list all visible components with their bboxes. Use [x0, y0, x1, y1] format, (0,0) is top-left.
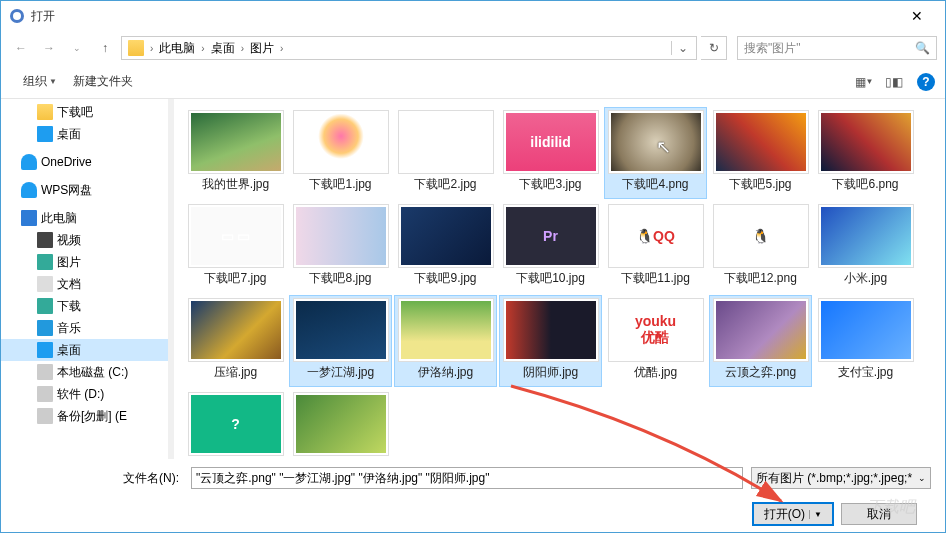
- address-row: ← → ⌄ ↑ › 此电脑 › 桌面 › 图片 › ⌄ ↻ 搜索"图片" 🔍: [1, 31, 945, 65]
- filter-text: 所有图片 (*.bmp;*.jpg;*.jpeg;*: [756, 470, 912, 487]
- tree-label: 音乐: [57, 320, 81, 337]
- thumbnail: [818, 110, 914, 174]
- thumbnail: [398, 298, 494, 362]
- file-item[interactable]: 阴阳师.jpg: [499, 295, 602, 387]
- path-seg-pc[interactable]: 此电脑: [155, 37, 199, 59]
- tree-label: 下载吧: [57, 104, 93, 121]
- tree-item[interactable]: 备份[勿删] (E: [1, 405, 168, 427]
- video-icon: [37, 232, 53, 248]
- file-item[interactable]: youku 优酷优酷.jpg: [604, 295, 707, 387]
- file-name: 下载吧6.png: [832, 177, 898, 191]
- thumbnail: [293, 204, 389, 268]
- filename-input[interactable]: [191, 467, 743, 489]
- cloud-icon: [21, 182, 37, 198]
- tree-label: 此电脑: [41, 210, 77, 227]
- file-item[interactable]: ?知道.jpg: [184, 389, 287, 459]
- file-item[interactable]: Pr下载吧10.jpg: [499, 201, 602, 293]
- address-dropdown[interactable]: ⌄: [671, 41, 694, 55]
- search-input[interactable]: 搜索"图片" 🔍: [737, 36, 937, 60]
- chevron-down-icon: ⌄: [918, 473, 926, 483]
- address-bar[interactable]: › 此电脑 › 桌面 › 图片 › ⌄: [121, 36, 697, 60]
- file-grid[interactable]: 我的世界.jpg下载吧1.jpg1下载吧2.jpgilidilid下载吧3.jp…: [174, 99, 945, 459]
- tree-item[interactable]: 此电脑: [1, 207, 168, 229]
- back-button[interactable]: ←: [9, 36, 33, 60]
- file-item[interactable]: 下载吧6.png: [814, 107, 917, 199]
- tree-label: OneDrive: [41, 155, 92, 169]
- thumbnail: ?: [188, 392, 284, 456]
- close-button[interactable]: ✕: [897, 2, 937, 30]
- file-type-filter[interactable]: 所有图片 (*.bmp;*.jpg;*.jpeg;* ⌄: [751, 467, 931, 489]
- down-icon: [37, 298, 53, 314]
- cloud-icon: [21, 154, 37, 170]
- file-item[interactable]: ilidilid下载吧3.jpg: [499, 107, 602, 199]
- tree-item[interactable]: 本地磁盘 (C:): [1, 361, 168, 383]
- toolbar: 组织▼ 新建文件夹 ▦ ▼ ▯◧ ?: [1, 65, 945, 99]
- tree-label: 桌面: [57, 342, 81, 359]
- thumbnail: 1: [398, 110, 494, 174]
- recent-dropdown[interactable]: ⌄: [65, 36, 89, 60]
- file-item[interactable]: 下载吧8.jpg: [289, 201, 392, 293]
- file-name: 下载吧10.jpg: [516, 271, 585, 285]
- tree-item[interactable]: 图片: [1, 251, 168, 273]
- file-name: 小米.jpg: [844, 271, 887, 285]
- file-item[interactable]: 我的世界.jpg: [184, 107, 287, 199]
- open-button[interactable]: 打开(O)▼: [753, 503, 833, 525]
- chevron-icon[interactable]: ›: [278, 43, 285, 54]
- tree-item[interactable]: 下载: [1, 295, 168, 317]
- file-item[interactable]: 下载吧9.jpg: [394, 201, 497, 293]
- title-bar: 打开 ✕: [1, 1, 945, 31]
- tree-item[interactable]: 视频: [1, 229, 168, 251]
- new-folder-button[interactable]: 新建文件夹: [67, 71, 139, 92]
- thumbnail: Pr: [503, 204, 599, 268]
- file-item[interactable]: 🐧下载吧12.png: [709, 201, 812, 293]
- file-item[interactable]: ▭ ▭下载吧7.jpg: [184, 201, 287, 293]
- file-name: 支付宝.jpg: [838, 365, 893, 379]
- tree-item[interactable]: 下载吧: [1, 101, 168, 123]
- refresh-button[interactable]: ↻: [701, 36, 727, 60]
- svg-point-1: [13, 12, 21, 20]
- split-chevron-icon[interactable]: ▼: [809, 510, 822, 519]
- file-item[interactable]: ↖下载吧4.png: [604, 107, 707, 199]
- chevron-icon[interactable]: ›: [239, 43, 246, 54]
- path-seg-pictures[interactable]: 图片: [246, 37, 278, 59]
- file-item[interactable]: 一梦江湖.jpg: [289, 295, 392, 387]
- file-item[interactable]: 捉妖.jpg: [289, 389, 392, 459]
- file-item[interactable]: 支付宝.jpg: [814, 295, 917, 387]
- organize-button[interactable]: 组织▼: [17, 71, 63, 92]
- file-name: 下载吧5.jpg: [729, 177, 791, 191]
- tree-item[interactable]: 软件 (D:): [1, 383, 168, 405]
- thumbnail: [503, 298, 599, 362]
- file-item[interactable]: 云顶之弈.png: [709, 295, 812, 387]
- thumbnail: [818, 204, 914, 268]
- path-seg-desktop[interactable]: 桌面: [207, 37, 239, 59]
- file-name: 伊洛纳.jpg: [418, 365, 473, 379]
- chevron-icon[interactable]: ›: [199, 43, 206, 54]
- file-item[interactable]: 1下载吧2.jpg: [394, 107, 497, 199]
- file-item[interactable]: 小米.jpg: [814, 201, 917, 293]
- file-item[interactable]: 🐧QQ下载吧11.jpg: [604, 201, 707, 293]
- help-icon[interactable]: ?: [917, 73, 935, 91]
- pc-icon: [21, 210, 37, 226]
- tree-item[interactable]: 桌面: [1, 339, 168, 361]
- nav-tree[interactable]: 下载吧桌面OneDriveWPS网盘此电脑视频图片文档下载音乐桌面本地磁盘 (C…: [1, 99, 168, 459]
- tree-label: 备份[勿删] (E: [57, 408, 127, 425]
- up-button[interactable]: ↑: [93, 36, 117, 60]
- file-item[interactable]: 压缩.jpg: [184, 295, 287, 387]
- app-icon: [9, 8, 25, 24]
- tree-item[interactable]: WPS网盘: [1, 179, 168, 201]
- view-options-button[interactable]: ▦ ▼: [851, 71, 877, 93]
- file-name: 下载吧2.jpg: [414, 177, 476, 191]
- preview-pane-button[interactable]: ▯◧: [881, 71, 907, 93]
- tree-item[interactable]: 文档: [1, 273, 168, 295]
- tree-item[interactable]: 桌面: [1, 123, 168, 145]
- main-area: 下载吧桌面OneDriveWPS网盘此电脑视频图片文档下载音乐桌面本地磁盘 (C…: [1, 99, 945, 459]
- search-icon[interactable]: 🔍: [915, 41, 930, 55]
- file-item[interactable]: 伊洛纳.jpg: [394, 295, 497, 387]
- file-item[interactable]: 下载吧1.jpg: [289, 107, 392, 199]
- tree-item[interactable]: 音乐: [1, 317, 168, 339]
- tree-item[interactable]: OneDrive: [1, 151, 168, 173]
- thumbnail: [188, 110, 284, 174]
- file-name: 压缩.jpg: [214, 365, 257, 379]
- chevron-icon[interactable]: ›: [148, 43, 155, 54]
- file-item[interactable]: 下载吧5.jpg: [709, 107, 812, 199]
